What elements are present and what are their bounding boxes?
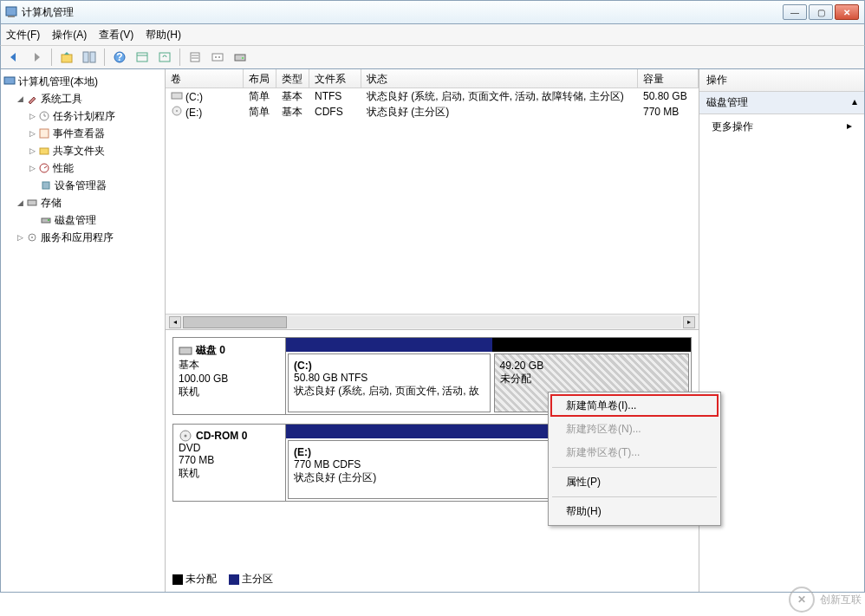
tree-disk-management[interactable]: 磁盘管理 <box>3 211 163 229</box>
menu-new-spanned-volume: 新建跨区卷(N)... <box>550 418 719 441</box>
volume-list: (C:) 简单 基本 NTFS 状态良好 (系统, 启动, 页面文件, 活动, … <box>166 88 699 314</box>
watermark: ✕ 创新互联 <box>789 587 862 613</box>
settings-icon[interactable] <box>208 48 227 67</box>
disk-icon[interactable] <box>231 48 250 67</box>
toolbar: ? <box>0 45 865 69</box>
actions-pane: 操作 磁盘管理 ▴ 更多操作 ▸ <box>699 69 864 592</box>
horizontal-scrollbar[interactable]: ◂ ▸ <box>166 314 699 329</box>
tree-services[interactable]: ▷ 服务和应用程序 <box>3 229 163 246</box>
show-hide-button[interactable] <box>80 48 99 67</box>
actions-section[interactable]: 磁盘管理 ▴ <box>699 92 864 114</box>
menu-view[interactable]: 查看(V) <box>99 28 133 42</box>
col-type[interactable]: 类型 <box>276 69 309 88</box>
collapse-arrow-icon: ▴ <box>852 95 857 110</box>
expand-icon[interactable]: ▷ <box>27 164 37 172</box>
col-status[interactable]: 状态 <box>361 69 638 88</box>
svg-rect-1 <box>8 16 15 17</box>
tree-event-viewer[interactable]: ▷ 事件查看器 <box>3 125 163 142</box>
svg-rect-13 <box>212 54 223 61</box>
svg-rect-32 <box>172 93 182 99</box>
disk-info: 磁盘 0 基本 100.00 GB 联机 <box>173 338 286 414</box>
svg-rect-7 <box>137 53 147 62</box>
services-icon <box>25 230 39 244</box>
menu-help[interactable]: 帮助(H) <box>550 500 719 523</box>
menu-separator <box>552 467 717 468</box>
cdrom-info: CD-ROM 0 DVD 770 MB 联机 <box>173 425 286 501</box>
menu-bar: 文件(F) 操作(A) 查看(V) 帮助(H) <box>0 24 865 45</box>
svg-rect-4 <box>90 52 95 62</box>
scroll-thumb[interactable] <box>183 316 287 328</box>
collapse-icon[interactable]: ◢ <box>15 198 25 207</box>
menu-separator <box>552 496 717 497</box>
drive-icon <box>171 90 183 101</box>
menu-action[interactable]: 操作(A) <box>52 28 87 42</box>
volume-row[interactable]: (E:) 简单 基本 CDFS 状态良好 (主分区) 770 MB <box>166 104 699 120</box>
menu-file[interactable]: 文件(F) <box>6 28 40 42</box>
tools-icon <box>25 92 39 106</box>
disk-mgmt-icon <box>39 213 53 227</box>
menu-new-striped-volume: 新建带区卷(T)... <box>550 441 719 464</box>
svg-rect-22 <box>40 129 49 138</box>
menu-help[interactable]: 帮助(H) <box>146 28 181 42</box>
navigation-tree: 计算机管理(本地) ◢ 系统工具 ▷ 任务计划程序 ▷ 事件查看器 ▷ 共享文件… <box>1 69 166 592</box>
forward-button[interactable] <box>27 48 46 67</box>
scroll-left-icon[interactable]: ◂ <box>169 316 181 328</box>
view-icon[interactable] <box>133 48 152 67</box>
highlight-box <box>550 394 719 417</box>
device-icon <box>39 178 53 192</box>
minimize-button[interactable]: — <box>783 4 807 20</box>
submenu-arrow-icon: ▸ <box>847 120 852 134</box>
list-icon[interactable] <box>185 48 205 67</box>
svg-text:?: ? <box>116 51 122 63</box>
col-layout[interactable]: 布局 <box>244 69 276 88</box>
up-button[interactable] <box>57 48 76 67</box>
app-icon <box>4 5 18 19</box>
collapse-icon[interactable]: ◢ <box>15 94 25 103</box>
title-bar: 计算机管理 — ▢ ✕ <box>0 0 865 24</box>
svg-point-17 <box>242 57 244 59</box>
legend-primary-swatch <box>229 574 239 585</box>
col-volume[interactable]: 卷 <box>166 69 244 88</box>
svg-rect-3 <box>83 52 88 62</box>
volume-list-header: 卷 布局 类型 文件系统 状态 容量 <box>166 69 699 88</box>
tree-storage[interactable]: ◢ 存储 <box>3 194 163 211</box>
svg-rect-18 <box>4 77 15 84</box>
tree-task-scheduler[interactable]: ▷ 任务计划程序 <box>3 107 163 125</box>
scroll-right-icon[interactable]: ▸ <box>683 316 695 328</box>
refresh-icon[interactable] <box>155 48 174 67</box>
tree-system-tools[interactable]: ◢ 系统工具 <box>3 90 163 107</box>
tree-device-manager[interactable]: 设备管理器 <box>3 177 163 194</box>
col-capacity[interactable]: 容量 <box>638 69 699 88</box>
svg-point-34 <box>176 110 178 112</box>
back-button[interactable] <box>4 48 23 67</box>
folder-share-icon <box>37 144 51 158</box>
tree-performance[interactable]: ▷ 性能 <box>3 159 163 177</box>
expand-icon[interactable]: ▷ <box>27 112 37 120</box>
svg-point-31 <box>31 237 33 238</box>
volume-row[interactable]: (C:) 简单 基本 NTFS 状态良好 (系统, 启动, 页面文件, 活动, … <box>166 88 699 104</box>
partition-c[interactable]: (C:) 50.80 GB NTFS 状态良好 (系统, 启动, 页面文件, 活… <box>288 353 491 412</box>
actions-more[interactable]: 更多操作 ▸ <box>699 114 864 139</box>
expand-icon[interactable]: ▷ <box>27 129 37 138</box>
col-fs[interactable]: 文件系统 <box>309 69 361 88</box>
maximize-button[interactable]: ▢ <box>809 4 833 20</box>
svg-point-15 <box>218 56 220 58</box>
menu-properties[interactable]: 属性(P) <box>550 470 719 494</box>
help-icon[interactable]: ? <box>110 48 129 67</box>
svg-point-14 <box>215 56 217 58</box>
close-button[interactable]: ✕ <box>835 4 859 20</box>
hdd-icon <box>179 345 192 357</box>
expand-icon[interactable]: ▷ <box>27 146 37 155</box>
svg-rect-35 <box>179 347 192 354</box>
svg-rect-2 <box>62 55 72 62</box>
cdrom-icon <box>179 430 192 442</box>
expand-icon[interactable]: ▷ <box>15 233 25 242</box>
cd-icon <box>171 106 183 116</box>
tree-root[interactable]: 计算机管理(本地) <box>3 73 163 90</box>
legend-unalloc-swatch <box>172 574 183 585</box>
svg-rect-9 <box>159 53 170 62</box>
event-icon <box>37 126 51 140</box>
watermark-logo: ✕ <box>789 587 815 613</box>
svg-rect-16 <box>235 55 245 61</box>
tree-shared-folders[interactable]: ▷ 共享文件夹 <box>3 142 163 159</box>
